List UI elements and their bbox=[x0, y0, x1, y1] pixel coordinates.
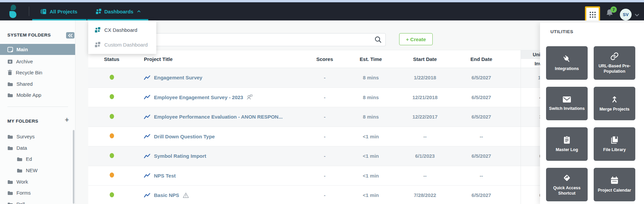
line-chart-icon bbox=[144, 75, 151, 80]
dashboard-grid-icon bbox=[95, 42, 100, 47]
line-chart-icon bbox=[144, 95, 151, 99]
cell-est-time: <1 min bbox=[348, 134, 393, 139]
sidebar-item-label: Mobile App bbox=[16, 92, 41, 98]
cell-end-date: -- bbox=[457, 134, 506, 139]
line-chart-icon bbox=[144, 115, 151, 119]
cell-scores: - bbox=[301, 173, 348, 179]
cell-end-date: 6/5/2027 bbox=[457, 75, 506, 80]
sidebar-collapse-button[interactable] bbox=[66, 32, 74, 39]
utility-tile-switch-invitations[interactable]: Switch Invitations bbox=[546, 87, 588, 120]
cell-scores: - bbox=[301, 75, 348, 80]
folder-icon bbox=[7, 134, 13, 139]
sidebar-item-data[interactable]: Data bbox=[0, 142, 75, 153]
menu-item-label: CX Dashboard bbox=[104, 27, 137, 33]
logo-top-shape bbox=[11, 5, 16, 10]
status-dot bbox=[110, 114, 114, 119]
link-icon bbox=[610, 52, 619, 61]
cell-scores: - bbox=[301, 114, 348, 120]
tab-all-projects[interactable]: All Projects bbox=[40, 2, 77, 20]
anonymous-user-icon bbox=[247, 94, 253, 100]
col-header-start-date[interactable]: Start Date bbox=[393, 56, 457, 62]
logo-bottom-shape bbox=[9, 11, 16, 18]
menu-item-custom-dashboard[interactable]: Custom Dashboard bbox=[88, 37, 156, 52]
notifications-button[interactable]: 7 bbox=[605, 8, 616, 20]
avatar-initials: SV bbox=[623, 12, 629, 17]
cell-start-date: 1/22/2018 bbox=[393, 75, 457, 80]
utility-tile-url-based-pre-population[interactable]: URL-Based Pre-Population bbox=[594, 46, 635, 80]
tile-label: File Library bbox=[603, 147, 626, 153]
project-title-link[interactable]: Employee Performance Evaluation - ANON R… bbox=[154, 114, 283, 120]
folder-icon bbox=[7, 93, 13, 97]
sidebar-item-recycle-bin[interactable]: Recycle Bin bbox=[0, 67, 75, 78]
cell-end-date: 6/5/2027 bbox=[457, 153, 506, 159]
create-button[interactable]: + Create bbox=[399, 33, 433, 45]
sidebar-item-label: Poll bbox=[16, 201, 25, 204]
utilities-title: UTILITIES bbox=[550, 29, 573, 34]
utility-tile-integrations[interactable]: Integrations bbox=[546, 46, 588, 80]
col-header-scores[interactable]: Scores bbox=[301, 56, 348, 62]
cell-scores: - bbox=[301, 134, 348, 139]
dashboard-grid-icon bbox=[95, 27, 100, 32]
col-header-est-time[interactable]: Est. Time bbox=[348, 56, 393, 62]
cell-start-date: -- bbox=[393, 134, 457, 139]
unique-column-border bbox=[521, 50, 521, 204]
line-chart-icon bbox=[144, 193, 151, 198]
cell-est-time: 8 mins bbox=[348, 114, 393, 120]
col-header-status[interactable]: Status bbox=[88, 56, 135, 62]
folder-icon bbox=[17, 157, 22, 161]
utility-tile-project-calendar[interactable]: Project Calendar bbox=[594, 168, 635, 201]
cell-est-time: 8 mins bbox=[348, 94, 393, 100]
project-title-link[interactable]: Employee Engagement Survey - 2023 bbox=[154, 94, 243, 100]
folder-icon bbox=[17, 168, 22, 173]
sidebar-item-main[interactable]: Main bbox=[0, 44, 75, 55]
book-icon bbox=[610, 136, 619, 144]
col-header-project-title[interactable]: Project Title bbox=[135, 56, 301, 62]
project-title-link[interactable]: Basic NPS bbox=[154, 192, 179, 198]
sidebar-item-label: Ed bbox=[26, 156, 32, 162]
line-chart-icon bbox=[144, 154, 151, 158]
user-avatar[interactable]: SV bbox=[620, 9, 632, 20]
sidebar-item-poll[interactable]: Poll bbox=[0, 199, 75, 204]
sidebar-item-archive[interactable]: Archive bbox=[0, 56, 75, 67]
cell-start-date: 7/28/2022 bbox=[393, 192, 457, 198]
tile-label: Quick Access Shortcut bbox=[548, 186, 586, 196]
sidebar-item-forms[interactable]: Forms bbox=[0, 187, 75, 198]
tab-all-projects-label: All Projects bbox=[50, 9, 77, 14]
line-chart-icon bbox=[144, 134, 151, 139]
sogolytics-logo[interactable] bbox=[9, 4, 18, 19]
add-folder-button[interactable]: + bbox=[65, 117, 69, 123]
project-title-link[interactable]: Engagement Survey bbox=[154, 75, 202, 80]
sidebar-item-new[interactable]: NEW bbox=[0, 165, 75, 176]
sidebar-item-work[interactable]: Work bbox=[0, 176, 75, 187]
tile-label: Master Log bbox=[556, 147, 578, 153]
utility-tile-master-log[interactable]: Master Log bbox=[546, 127, 588, 161]
project-title-link[interactable]: NPS Test bbox=[154, 173, 176, 179]
utility-tile-quick-access-shortcut[interactable]: Quick Access Shortcut bbox=[546, 168, 588, 201]
col-header-end-date[interactable]: End Date bbox=[457, 56, 506, 62]
search-icon[interactable] bbox=[374, 36, 382, 43]
sidebar-item-shared[interactable]: Shared bbox=[0, 78, 75, 89]
cell-est-time: <1 min bbox=[348, 173, 393, 179]
sidebar-item-label: Work bbox=[16, 179, 28, 185]
cell-start-date: -- bbox=[393, 173, 457, 179]
sidebar-item-surveys[interactable]: Surveys bbox=[0, 131, 75, 142]
cell-end-date: 6/5/2027 bbox=[457, 192, 506, 198]
project-title-link[interactable]: Drill Down Question Type bbox=[154, 134, 215, 139]
tile-label: Project Calendar bbox=[598, 188, 631, 193]
cell-est-time: <1 min bbox=[348, 153, 393, 159]
cell-start-date: 12/22/2017 bbox=[393, 114, 457, 120]
utility-tile-merge-projects[interactable]: Merge Projects bbox=[594, 87, 635, 120]
sidebar-item-label: Main bbox=[16, 47, 28, 52]
project-title-link[interactable]: Symbol Rating Import bbox=[154, 153, 206, 159]
menu-item-cx-dashboard[interactable]: CX Dashboard bbox=[88, 22, 156, 37]
status-dot bbox=[110, 173, 114, 178]
folder-icon bbox=[7, 180, 13, 184]
sidebar-item-ed[interactable]: Ed bbox=[0, 153, 75, 164]
sidebar-item-label: Recycle Bin bbox=[16, 70, 42, 75]
utility-tile-file-library[interactable]: File Library bbox=[594, 127, 635, 161]
tab-dashboards[interactable]: Dashboards bbox=[96, 2, 141, 20]
sidebar-item-mobile-app[interactable]: Mobile App bbox=[0, 89, 75, 100]
sidebar-scrollbar[interactable] bbox=[73, 130, 74, 204]
projects-doc-icon bbox=[40, 8, 47, 15]
avatar-chevron-down-icon[interactable] bbox=[635, 13, 639, 17]
